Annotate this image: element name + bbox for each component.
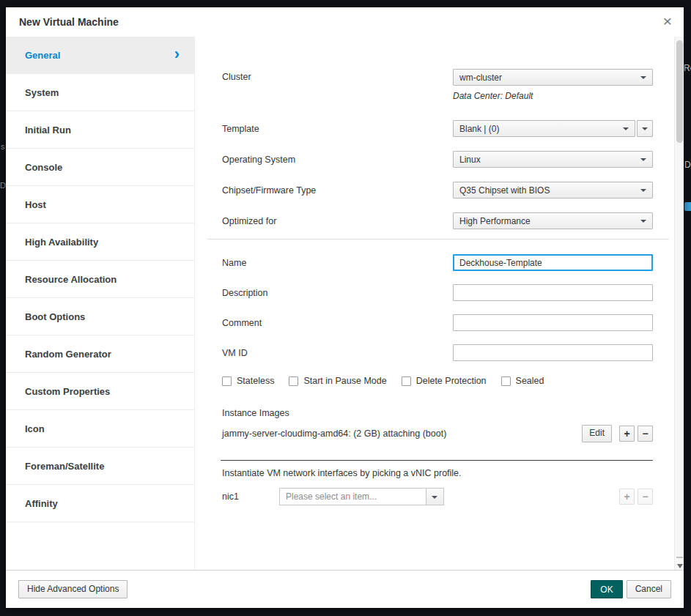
sidebar-item-label: High Availability xyxy=(25,237,98,248)
ok-button[interactable]: OK xyxy=(591,580,622,599)
sidebar-item-random-generator[interactable]: Random Generator xyxy=(6,335,194,373)
chevron-down-icon xyxy=(426,489,443,505)
instance-image-row-text: jammy-server-cloudimg-amd64: (2 GB) atta… xyxy=(222,428,582,439)
template-label: Template xyxy=(222,124,453,134)
vm-id-input[interactable] xyxy=(453,344,653,361)
stateless-checkbox[interactable] xyxy=(222,376,232,386)
chevron-down-icon xyxy=(640,158,646,161)
close-icon[interactable]: × xyxy=(663,13,672,29)
start-in-pause-mode-checkbox[interactable] xyxy=(289,376,298,386)
sidebar-item-label: General xyxy=(25,50,60,61)
sidebar-item-label: System xyxy=(25,87,59,98)
sealed-label: Sealed xyxy=(516,376,544,386)
operating-system-select[interactable]: Linux xyxy=(453,151,653,168)
scrollbar-line xyxy=(676,557,683,558)
sidebar-item-general[interactable]: General › xyxy=(6,37,194,74)
scroll-down-arrow-icon[interactable] xyxy=(677,564,683,568)
nic1-profile-select[interactable]: Please select an item... xyxy=(279,488,444,505)
background-fragment: s xyxy=(1,142,5,151)
sidebar-item-label: Console xyxy=(25,162,62,173)
content-scrollbar[interactable] xyxy=(674,37,684,570)
sidebar-item-label: Icon xyxy=(25,423,45,434)
chevron-down-icon xyxy=(640,220,646,223)
delete-protection-label: Delete Protection xyxy=(416,376,487,386)
sidebar-item-host[interactable]: Host xyxy=(6,186,194,223)
sidebar-item-label: Affinity xyxy=(25,498,58,509)
sealed-checkbox[interactable] xyxy=(501,376,511,386)
cancel-button[interactable]: Cancel xyxy=(627,580,671,599)
sidebar-item-foreman-satellite[interactable]: Foreman/Satellite xyxy=(6,448,194,485)
general-tab-content: Cluster wm-cluster Data Center: Default … xyxy=(195,37,684,570)
sidebar-item-affinity[interactable]: Affinity xyxy=(6,485,194,522)
cluster-select[interactable]: wm-cluster xyxy=(453,69,653,86)
sidebar-item-icon[interactable]: Icon xyxy=(6,410,194,448)
hide-advanced-options-button[interactable]: Hide Advanced Options xyxy=(18,580,128,599)
cluster-label: Cluster xyxy=(222,69,453,82)
chipset-select-value: Q35 Chipset with BIOS xyxy=(459,185,550,196)
name-label: Name xyxy=(222,258,453,268)
optimized-for-label: Optimized for xyxy=(222,216,453,226)
operating-system-select-value: Linux xyxy=(459,155,481,165)
template-select-value: Blank | (0) xyxy=(459,124,499,134)
optimized-for-select[interactable]: High Performance xyxy=(453,212,653,229)
optimized-for-select-value: High Performance xyxy=(459,216,531,226)
add-nic-button: + xyxy=(619,489,635,505)
chevron-right-icon: › xyxy=(174,46,180,62)
chevron-down-icon xyxy=(623,127,629,130)
nic-section-divider xyxy=(221,460,653,461)
comment-label: Comment xyxy=(222,318,453,328)
background-fragment: D xyxy=(0,181,6,190)
chevron-down-icon xyxy=(640,76,646,79)
name-input[interactable] xyxy=(453,254,653,271)
edit-image-button[interactable]: Edit xyxy=(582,425,612,442)
desktop-background: Re D s D New Virtual Machine × General ›… xyxy=(0,0,691,616)
cluster-select-value: wm-cluster xyxy=(459,73,502,83)
template-version-select[interactable] xyxy=(637,120,653,137)
delete-protection-checkbox[interactable] xyxy=(402,376,411,386)
remove-nic-button: − xyxy=(638,489,653,505)
instance-images-title: Instance Images xyxy=(222,408,653,418)
sidebar-item-initial-run[interactable]: Initial Run xyxy=(6,111,194,149)
add-image-button[interactable]: + xyxy=(619,426,635,442)
sidebar-item-label: Boot Options xyxy=(25,311,85,322)
sidebar-item-system[interactable]: System xyxy=(6,74,194,111)
sidebar-item-label: Initial Run xyxy=(25,125,71,136)
chevron-down-icon xyxy=(642,127,648,130)
remove-image-button[interactable]: − xyxy=(638,426,653,442)
start-in-pause-mode-label: Start in Pause Mode xyxy=(303,376,386,386)
description-input[interactable] xyxy=(453,284,653,301)
scrollbar-thumb[interactable] xyxy=(676,40,683,143)
sidebar-item-high-availability[interactable]: High Availability xyxy=(6,223,194,261)
dialog-footer: Hide Advanced Options OK Cancel xyxy=(6,570,684,608)
chipset-label: Chipset/Firmware Type xyxy=(222,185,453,196)
background-fragment: D xyxy=(684,160,691,170)
stateless-label: Stateless xyxy=(237,376,274,386)
sidebar: General › System Initial Run Console Hos… xyxy=(6,37,195,570)
sidebar-item-console[interactable]: Console xyxy=(6,149,194,186)
new-vm-dialog: New Virtual Machine × General › System I… xyxy=(6,7,684,608)
background-icon-fragment xyxy=(684,202,691,211)
dialog-title: New Virtual Machine xyxy=(19,16,119,28)
nic1-profile-placeholder: Please select an item... xyxy=(280,491,426,502)
nic-intro-text: Instantiate VM network interfaces by pic… xyxy=(222,468,653,478)
data-center-hint: Data Center: Default xyxy=(453,91,653,101)
vm-id-label: VM ID xyxy=(222,348,453,358)
background-fragment: Re xyxy=(684,63,691,73)
nic1-label: nic1 xyxy=(222,491,279,502)
chipset-select[interactable]: Q35 Chipset with BIOS xyxy=(453,182,653,198)
sidebar-item-label: Random Generator xyxy=(25,349,111,360)
chevron-down-icon xyxy=(640,189,646,192)
sidebar-item-resource-allocation[interactable]: Resource Allocation xyxy=(6,261,194,298)
sidebar-item-label: Resource Allocation xyxy=(25,274,117,285)
operating-system-label: Operating System xyxy=(222,155,453,165)
sidebar-item-custom-properties[interactable]: Custom Properties xyxy=(6,373,194,410)
description-label: Description xyxy=(222,288,453,298)
dialog-header: New Virtual Machine × xyxy=(6,7,684,37)
template-select[interactable]: Blank | (0) xyxy=(453,120,635,137)
sidebar-item-label: Custom Properties xyxy=(25,386,110,397)
sidebar-item-label: Foreman/Satellite xyxy=(25,461,104,472)
sidebar-item-label: Host xyxy=(25,199,46,210)
section-divider xyxy=(207,239,669,240)
comment-input[interactable] xyxy=(453,314,653,331)
sidebar-item-boot-options[interactable]: Boot Options xyxy=(6,298,194,335)
